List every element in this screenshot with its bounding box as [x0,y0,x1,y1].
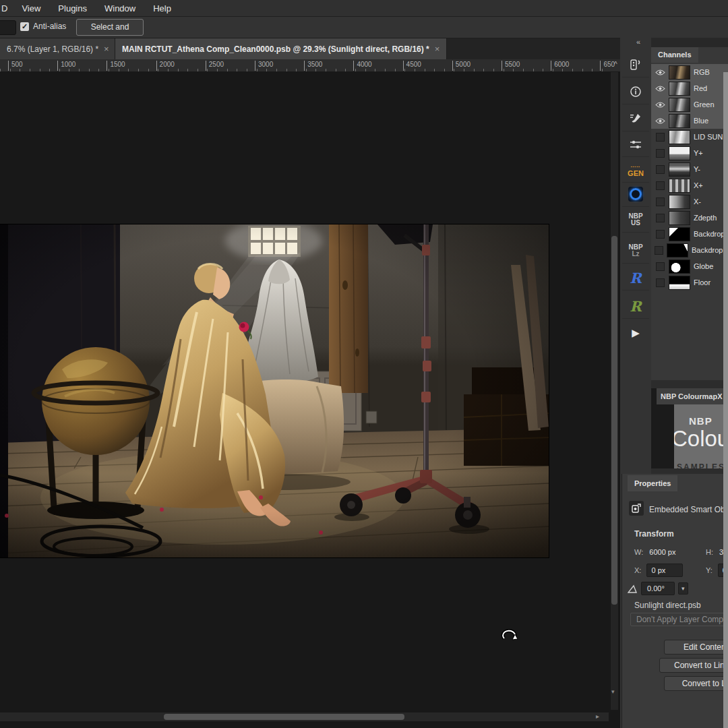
channel-row-lid-sun[interactable]: LID SUN [651,129,728,145]
tab-label: 6.7% (Layer 1, RGB/16) * [7,44,98,54]
visibility-checkbox[interactable] [655,246,663,255]
blue-ring-plugin-panel-icon[interactable] [622,182,649,207]
channel-row-x-[interactable]: X- [651,193,728,210]
channel-thumbnail[interactable] [669,114,690,128]
select-and-mask-button[interactable]: Select and Mask... [76,19,144,36]
visibility-checkbox[interactable] [655,165,665,174]
visibility-checkbox[interactable] [655,214,665,222]
channel-row-zdepth[interactable]: Zdepth [651,210,728,226]
channel-thumbnail[interactable] [669,179,690,193]
convert-to-layers-button[interactable]: Convert to Layers [664,676,728,691]
retouch-blue-panel-icon[interactable]: R [622,266,649,291]
horizontal-scrollbar[interactable]: ▸ [0,712,609,721]
nbp-colourmapx-panel[interactable]: NBP Colou SAMPLES [674,404,728,468]
ruler-tick: 1000 [57,61,75,71]
ruler-tick: 4000 [353,61,371,71]
info-panel-icon[interactable] [622,80,649,104]
channel-thumbnail[interactable] [669,195,690,209]
menu-d[interactable]: D [0,3,13,13]
channel-row-backdrop[interactable]: Backdrop [651,226,728,242]
visibility-checkbox[interactable] [655,149,665,158]
ruler[interactable]: ^ 50010001500200025003000350040004500500… [0,59,620,72]
visibility-checkbox[interactable] [655,133,665,142]
tab-channels[interactable]: Channels [651,47,698,63]
channel-thumbnail[interactable] [669,98,690,112]
eye-icon[interactable] [655,85,665,92]
scroll-down-icon[interactable]: ▾ [611,688,615,695]
vertical-scrollbar-thumb[interactable] [611,236,617,605]
channel-row-y-[interactable]: Y+ [651,145,728,161]
brush-settings-panel-icon[interactable] [622,107,649,131]
channel-row-globe[interactable]: Globe [651,258,728,274]
nbp-lz-panel-icon[interactable]: NBPLz [622,239,649,264]
nbp-us-panel-icon[interactable]: NBPUS [622,208,649,233]
channel-row-y-[interactable]: Y- [651,161,728,177]
menu-window[interactable]: Window [96,3,144,13]
rotation-input[interactable]: 0.00° [641,582,675,595]
anti-alias-label: Anti-alias [33,22,66,31]
channel-thumbnail[interactable] [669,211,690,225]
channel-row-x-[interactable]: X+ [651,177,728,193]
x-input[interactable]: 0 px [646,564,683,577]
channel-thumbnail[interactable] [669,146,690,160]
visibility-checkbox[interactable] [655,181,665,190]
object-type-label: Embedded Smart Object [649,505,728,514]
menu-view[interactable]: View [13,3,49,13]
channel-thumbnail[interactable] [669,260,690,274]
convert-to-linked-button[interactable]: Convert to Linked... [659,658,728,673]
menu-help[interactable]: Help [144,3,180,13]
actions-play-icon[interactable]: ▶ [622,321,649,345]
channel-thumbnail[interactable] [669,65,690,80]
vertical-scrollbar[interactable]: ▾ [611,72,618,710]
channel-name: Globe [694,262,713,270]
channel-row-floor[interactable]: Floor [651,274,728,291]
channel-row-green[interactable]: Green [651,96,728,113]
channel-row-blue[interactable]: Blue [651,113,728,129]
eye-icon[interactable] [655,69,665,76]
w-value[interactable]: 6000 px [649,548,675,556]
gen-plugin-panel-icon[interactable]: ▪▪▪▪▪GEN [622,158,649,183]
anti-alias-option[interactable]: ✓ Anti-alias [20,22,66,31]
close-icon[interactable]: × [104,44,109,54]
layer-comp-dropdown[interactable]: Don't Apply Layer Comp [630,613,728,626]
channel-row-backdrop-p[interactable]: Backdrop P [651,242,728,258]
tool-option-field[interactable] [0,20,16,35]
eye-icon[interactable] [655,117,665,125]
layer-comps-panel-icon[interactable] [622,53,649,78]
horizontal-scrollbar-thumb[interactable] [164,714,404,720]
close-icon[interactable]: × [435,44,440,54]
channel-name: RGB [694,68,710,76]
channel-row-rgb[interactable]: RGB [651,64,728,80]
document-canvas[interactable] [0,224,549,557]
chevron-down-icon[interactable]: ▾ [678,582,688,595]
channel-thumbnail[interactable] [669,130,690,144]
channel-thumbnail[interactable] [669,162,690,177]
visibility-checkbox[interactable] [655,262,665,271]
retouch-green-panel-icon[interactable]: R [622,294,649,319]
document-tab-active[interactable]: MAIN RCTUT_Athena Comp_Clean0000.psb @ 2… [115,38,447,59]
channel-thumbnail[interactable] [669,82,690,96]
eye-icon[interactable] [655,101,665,109]
adjustments-sliders-panel-icon[interactable] [622,132,649,157]
visibility-checkbox[interactable] [655,278,665,287]
collapse-panels-icon[interactable]: « [636,38,640,46]
channel-thumbnail[interactable] [669,227,690,241]
ruler-tick: 1500 [107,61,125,71]
checkbox-checked-icon[interactable]: ✓ [20,22,29,31]
edit-contents-button[interactable]: Edit Contents [664,640,728,655]
x-y-row: X: 0 px Y: 0 p [634,564,683,577]
visibility-checkbox[interactable] [655,230,665,239]
channel-row-red[interactable]: Red [651,80,728,96]
scroll-right-icon[interactable]: ▸ [596,712,599,720]
channel-thumbnail[interactable] [667,243,688,257]
x-label: X: [634,566,641,574]
tab-properties[interactable]: Properties [628,475,677,491]
menu-plugins[interactable]: Plugins [49,3,96,13]
document-tab-inactive[interactable]: 6.7% (Layer 1, RGB/16) * × [0,38,115,59]
tab-nbp-colourmapx[interactable]: NBP ColourmapX 1 [657,388,728,404]
visibility-checkbox[interactable] [655,198,665,206]
transform-section-title: Transform [634,529,674,539]
canvas-area[interactable] [0,72,620,728]
channel-thumbnail[interactable] [669,276,690,290]
panel-divider[interactable] [651,380,728,388]
